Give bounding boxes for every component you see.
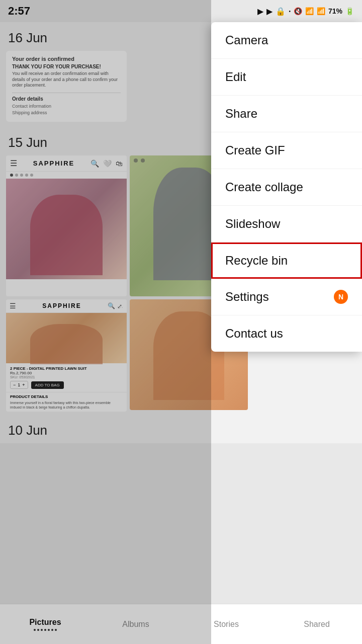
battery-text: 71% bbox=[328, 7, 342, 15]
yt-icon: ▶ bbox=[257, 7, 263, 16]
status-icons: ▶ ▶ 🔒 • 🔇 📶 📶 71% 🔋 bbox=[257, 7, 354, 16]
nav-stories-label: Stories bbox=[214, 620, 239, 629]
share-label: Share bbox=[225, 107, 257, 121]
create-gif-label: Create GIF bbox=[225, 143, 285, 157]
contact-us-label: Contact us bbox=[225, 327, 283, 341]
nav-item-shared[interactable]: Shared bbox=[272, 620, 362, 629]
dropdown-item-slideshow[interactable]: Slideshow bbox=[211, 206, 362, 243]
yt2-icon: ▶ bbox=[266, 7, 273, 16]
nav-shared-label: Shared bbox=[304, 620, 330, 629]
dropdown-item-edit[interactable]: Edit bbox=[211, 59, 362, 96]
dot-icon: • bbox=[289, 9, 291, 14]
slideshow-label: Slideshow bbox=[225, 217, 280, 231]
settings-badge: N bbox=[334, 290, 348, 304]
dim-overlay bbox=[0, 0, 211, 644]
mute-icon: 🔇 bbox=[294, 7, 302, 15]
settings-label: Settings bbox=[225, 290, 269, 304]
recycle-bin-label: Recycle bin bbox=[225, 254, 288, 268]
wifi-icon: 📶 bbox=[305, 7, 314, 15]
camera-label: Camera bbox=[225, 33, 268, 47]
dropdown-item-recycle-bin[interactable]: Recycle bin bbox=[211, 243, 362, 279]
signal-icon: 📶 bbox=[317, 7, 325, 15]
create-collage-label: Create collage bbox=[225, 180, 303, 194]
edit-label: Edit bbox=[225, 70, 246, 84]
dropdown-menu: Camera Edit Share Create GIF Create coll… bbox=[211, 22, 362, 352]
dropdown-item-contact-us[interactable]: Contact us bbox=[211, 315, 362, 352]
dropdown-item-create-collage[interactable]: Create collage bbox=[211, 169, 362, 206]
lock-icon: 🔒 bbox=[276, 7, 286, 16]
dropdown-item-camera[interactable]: Camera bbox=[211, 22, 362, 59]
dropdown-item-share[interactable]: Share bbox=[211, 96, 362, 132]
battery-icon: 🔋 bbox=[345, 7, 354, 15]
dropdown-item-create-gif[interactable]: Create GIF bbox=[211, 132, 362, 169]
dropdown-item-settings[interactable]: Settings N bbox=[211, 279, 362, 315]
